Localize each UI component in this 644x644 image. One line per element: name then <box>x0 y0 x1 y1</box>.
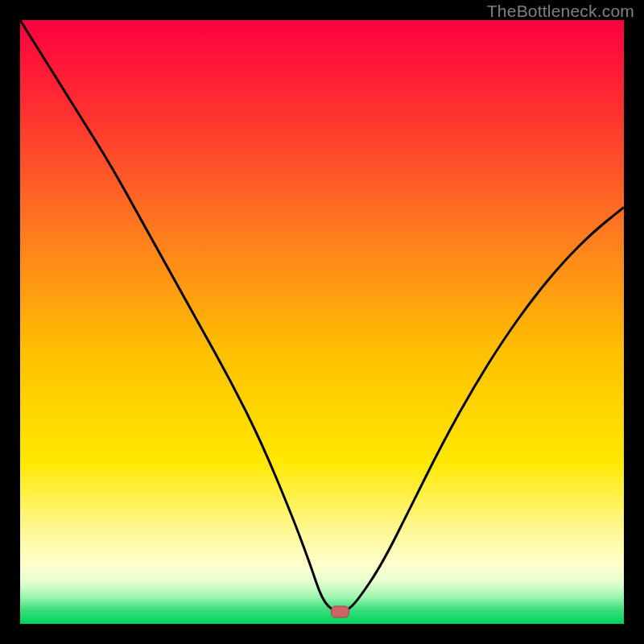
chart-frame: TheBottleneck.com <box>0 0 644 644</box>
plot-area <box>20 20 624 624</box>
bottleneck-chart <box>20 20 624 624</box>
attribution-label: TheBottleneck.com <box>487 2 634 21</box>
optimum-marker <box>332 606 349 617</box>
gradient-background <box>20 20 624 624</box>
